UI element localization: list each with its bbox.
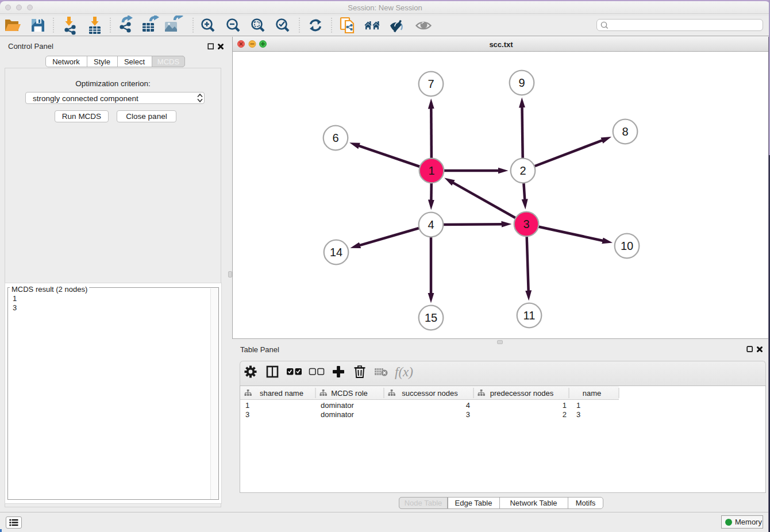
svg-text:9: 9: [518, 76, 525, 89]
svg-text:MCDS role: MCDS role: [331, 389, 368, 398]
svg-text:4: 4: [428, 218, 434, 231]
svg-text:14: 14: [330, 246, 342, 259]
svg-text:7: 7: [428, 78, 434, 90]
svg-text:8: 8: [622, 125, 628, 138]
svg-text:10: 10: [621, 240, 633, 252]
svg-text:2: 2: [519, 164, 526, 177]
svg-text:6: 6: [332, 132, 338, 144]
svg-text:shared name: shared name: [260, 389, 303, 398]
svg-text:f(x): f(x): [395, 365, 413, 379]
svg-text:3: 3: [523, 218, 529, 230]
svg-text:predecessor nodes: predecessor nodes: [490, 389, 554, 398]
svg-text:successor nodes: successor nodes: [402, 389, 458, 398]
svg-text:name: name: [583, 389, 602, 398]
svg-text:15: 15: [425, 311, 437, 324]
svg-text:1: 1: [428, 164, 434, 177]
svg-text:11: 11: [523, 309, 536, 322]
